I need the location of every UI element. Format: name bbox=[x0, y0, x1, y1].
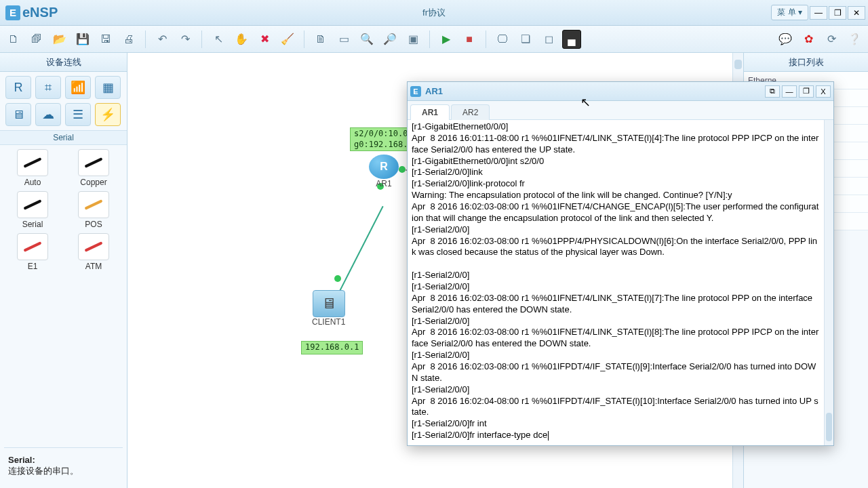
port-dot-icon bbox=[399, 166, 406, 173]
window-controls: 菜 单 ▾ — ❐ ✕ bbox=[771, 5, 865, 20]
cli-tab-ar2[interactable]: AR2 bbox=[451, 104, 490, 120]
tool-label: POS bbox=[85, 220, 102, 229]
help-icon[interactable]: ❔ bbox=[845, 30, 864, 49]
delete-icon[interactable]: ✖ bbox=[255, 30, 274, 49]
tool-pos[interactable]: POS bbox=[66, 191, 121, 229]
app-name: eNSP bbox=[22, 5, 58, 20]
undo-icon[interactable]: ↶ bbox=[153, 30, 172, 49]
close-button[interactable]: ✕ bbox=[848, 6, 865, 20]
description-box: Serial: 连接设备的串口。 bbox=[4, 447, 123, 484]
save-icon[interactable]: 💾 bbox=[73, 30, 92, 49]
node-label: AR1 bbox=[369, 179, 399, 188]
minimize-button[interactable]: — bbox=[810, 6, 827, 20]
separator bbox=[429, 30, 430, 48]
cli-output[interactable]: [r1-GigabitEthernet0/0/0] Apr 8 2016 16:… bbox=[408, 120, 824, 445]
console-icon[interactable]: ▄ bbox=[562, 30, 581, 49]
link-icon bbox=[17, 233, 48, 260]
huawei-icon[interactable]: ✿ bbox=[799, 30, 818, 49]
separator bbox=[304, 30, 304, 48]
ip-label-client: 192.168.0.1 bbox=[301, 341, 363, 354]
separator bbox=[486, 30, 486, 48]
redo-icon[interactable]: ↷ bbox=[176, 30, 195, 49]
main-toolbar: 🗋 🗊 📂 💾 🖫 🖨 ↶ ↷ ↖ ✋ ✖ 🧹 🗎 ▭ 🔍 🔎 ▣ ▶ ■ 🖵 … bbox=[0, 26, 868, 53]
window2-icon[interactable]: ◻ bbox=[539, 30, 558, 49]
cli-titlebar[interactable]: E AR1 ⧉ — ❐ X bbox=[408, 82, 833, 101]
print-icon[interactable]: 🖨 bbox=[119, 30, 138, 49]
link-icon bbox=[78, 191, 109, 218]
port-dot-icon bbox=[334, 275, 341, 282]
separator bbox=[201, 30, 202, 48]
chat-icon[interactable]: 💬 bbox=[776, 30, 795, 49]
description-body: 连接设备的串口。 bbox=[8, 465, 119, 477]
menu-button[interactable]: 菜 单 ▾ bbox=[771, 5, 808, 20]
link-icon bbox=[78, 233, 109, 260]
document-title: fr协议 bbox=[422, 7, 446, 19]
node-label: CLIENT1 bbox=[312, 317, 345, 327]
maximize-button[interactable]: ❐ bbox=[829, 6, 846, 20]
cli-close-button[interactable]: X bbox=[816, 85, 831, 98]
tool-label: E1 bbox=[28, 262, 38, 271]
update-icon[interactable]: ⟳ bbox=[822, 30, 841, 49]
node-ar1[interactable]: R AR1 bbox=[369, 155, 399, 188]
stop-icon[interactable]: ■ bbox=[460, 30, 479, 49]
tool-label: Copper bbox=[80, 178, 106, 187]
device-wlan-icon[interactable]: 📶 bbox=[65, 76, 91, 99]
cli-body[interactable]: [r1-GigabitEthernet0/0/0] Apr 8 2016 16:… bbox=[408, 120, 833, 445]
router-icon: R bbox=[369, 155, 399, 179]
new-icon[interactable]: 🗋 bbox=[4, 30, 23, 49]
fit-icon[interactable]: ▣ bbox=[403, 30, 422, 49]
link-icon bbox=[17, 191, 48, 218]
cli-window[interactable]: E AR1 ⧉ — ❐ X AR1 AR2 [r1-GigabitEtherne… bbox=[407, 81, 834, 446]
logo-icon: E bbox=[5, 5, 20, 20]
start-icon[interactable]: ▶ bbox=[437, 30, 456, 49]
separator bbox=[145, 30, 146, 48]
pointer-icon[interactable]: ↖ bbox=[209, 30, 228, 49]
device-router-icon[interactable]: R bbox=[5, 76, 31, 99]
tool-label: Serial bbox=[22, 220, 43, 229]
link-category-header: Serial bbox=[0, 130, 127, 145]
capture-icon[interactable]: 🖵 bbox=[493, 30, 512, 49]
window-icon[interactable]: ❏ bbox=[516, 30, 535, 49]
link-icon bbox=[78, 149, 109, 176]
cli-scrollbar[interactable] bbox=[824, 120, 833, 445]
open-icon[interactable]: 📂 bbox=[50, 30, 69, 49]
cli-title-text: AR1 bbox=[425, 86, 443, 96]
device-server-icon[interactable]: ☰ bbox=[65, 103, 91, 126]
device-panel: 设备连线 R ⌗ 📶 ▦ 🖥 ☁ ☰ ⚡ Serial AutoCopperSe… bbox=[0, 53, 127, 488]
tool-e1[interactable]: E1 bbox=[5, 233, 60, 271]
cli-tabbar: AR1 AR2 bbox=[408, 101, 833, 120]
cli-logo-icon: E bbox=[410, 86, 421, 97]
cli-maximize-button[interactable]: ❐ bbox=[799, 85, 814, 98]
broom-icon[interactable]: 🧹 bbox=[278, 30, 297, 49]
save-as-icon[interactable]: 🖫 bbox=[96, 30, 115, 49]
palette-icon[interactable]: ▭ bbox=[334, 30, 353, 49]
device-switch-icon[interactable]: ⌗ bbox=[35, 76, 61, 99]
cli-tab-ar1[interactable]: AR1 bbox=[410, 104, 450, 120]
cli-minimize-button[interactable]: — bbox=[782, 85, 797, 98]
app-logo: E eNSP bbox=[0, 5, 63, 20]
text-icon[interactable]: 🗎 bbox=[311, 30, 330, 49]
tool-label: ATM bbox=[85, 262, 102, 271]
description-title: Serial: bbox=[8, 455, 119, 465]
pc-icon: 🖥 bbox=[313, 290, 345, 317]
node-client1[interactable]: 🖥 CLIENT1 bbox=[312, 290, 345, 327]
interface-panel-header: 接口列表 bbox=[744, 53, 868, 72]
link-ar1-client[interactable] bbox=[338, 206, 384, 294]
tool-atm[interactable]: ATM bbox=[66, 233, 121, 271]
titlebar: E eNSP fr协议 菜 单 ▾ — ❐ ✕ bbox=[0, 0, 868, 26]
device-cloud-icon[interactable]: ☁ bbox=[35, 103, 61, 126]
tool-copper[interactable]: Copper bbox=[66, 149, 121, 187]
tool-serial[interactable]: Serial bbox=[5, 191, 60, 229]
device-firewall-icon[interactable]: ▦ bbox=[95, 76, 121, 99]
cli-detach-button[interactable]: ⧉ bbox=[765, 85, 780, 98]
zoom-in-icon[interactable]: 🔍 bbox=[357, 30, 376, 49]
device-panel-header: 设备连线 bbox=[0, 53, 127, 72]
new-topology-icon[interactable]: 🗊 bbox=[27, 30, 46, 49]
device-link-icon[interactable]: ⚡ bbox=[95, 103, 121, 126]
caret-icon bbox=[548, 431, 549, 441]
tool-auto[interactable]: Auto bbox=[5, 149, 60, 187]
pan-icon[interactable]: ✋ bbox=[232, 30, 251, 49]
tool-label: Auto bbox=[24, 178, 41, 187]
zoom-out-icon[interactable]: 🔎 bbox=[380, 30, 399, 49]
device-pc-icon[interactable]: 🖥 bbox=[5, 103, 31, 126]
